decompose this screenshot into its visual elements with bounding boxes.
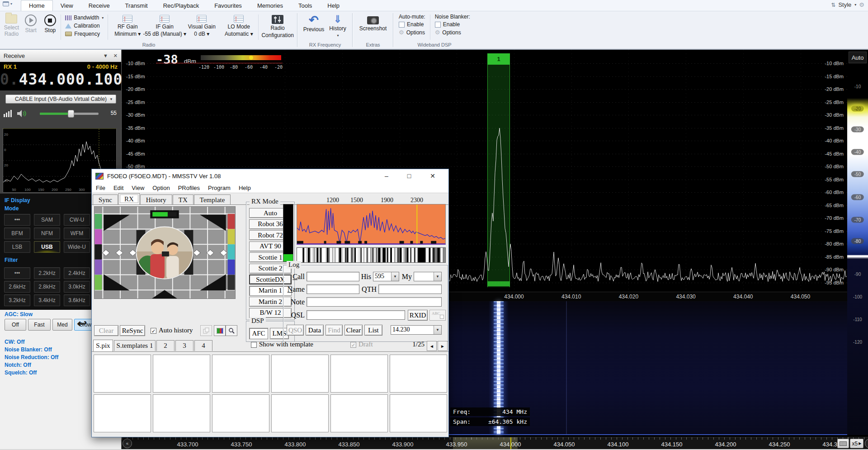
minimize-button[interactable]: – bbox=[379, 169, 394, 182]
qsl-input[interactable] bbox=[307, 310, 405, 320]
stock-picture-cell[interactable] bbox=[330, 394, 388, 432]
mode-button-wfm[interactable]: WFM bbox=[64, 227, 90, 239]
status-link-cw-off[interactable]: CW: Off bbox=[5, 339, 24, 345]
qth-input[interactable] bbox=[378, 284, 442, 294]
mode-button-cw-u[interactable]: CW-U bbox=[64, 214, 90, 226]
bandwidth-button[interactable]: Bandwidth▾ bbox=[64, 14, 105, 21]
agc-button-fast[interactable]: Fast bbox=[28, 319, 51, 331]
mmsstv-tab-history[interactable]: History bbox=[140, 194, 172, 204]
noise-blanker-enable[interactable]: Enable bbox=[435, 21, 470, 28]
ribbon-tab-memories[interactable]: Memories bbox=[250, 0, 291, 11]
ribbon-tab-tools[interactable]: Tools bbox=[291, 0, 320, 11]
frequency-button[interactable]: Frequency bbox=[64, 30, 105, 38]
start-button[interactable]: Start bbox=[21, 13, 41, 42]
abc-button[interactable]: ABC bbox=[429, 310, 446, 321]
calibration-button[interactable]: Calibration bbox=[64, 22, 105, 29]
filter-button-[interactable]: ••• bbox=[4, 267, 30, 279]
audio-device-select[interactable]: CABLE Input (VB-Audio Virtual Cable) ▼ bbox=[5, 95, 116, 104]
stock-picture-cell[interactable] bbox=[153, 394, 210, 432]
chevron-down-icon[interactable]: ▼ bbox=[434, 272, 441, 281]
status-link-squelch-off[interactable]: Squelch: Off bbox=[5, 369, 37, 376]
menu-edit[interactable]: Edit bbox=[109, 185, 127, 191]
menu-file[interactable]: File bbox=[92, 185, 109, 191]
log-button-find[interactable]: Find bbox=[326, 325, 343, 336]
mode-button-usb[interactable]: USB bbox=[34, 241, 60, 253]
chevron-down-icon[interactable]: ▼ bbox=[434, 326, 441, 334]
mode-button-lsb[interactable]: LSB bbox=[4, 241, 30, 253]
mode-button-wide-u[interactable]: Wide-U bbox=[64, 241, 90, 253]
log-button-list[interactable]: List bbox=[364, 325, 382, 336]
checkbox-icon[interactable] bbox=[399, 22, 405, 28]
page-next-button[interactable]: ► bbox=[438, 341, 448, 351]
chevron-down-icon[interactable]: ▼ bbox=[391, 272, 399, 281]
previous-button[interactable]: ↶ Previous bbox=[301, 13, 326, 42]
pix-tab-2[interactable]: 2 bbox=[156, 340, 175, 351]
if-display-label[interactable]: IF Display bbox=[5, 197, 30, 204]
image-button[interactable] bbox=[214, 325, 226, 336]
mmsstv-tab-tx[interactable]: TX bbox=[173, 194, 193, 204]
page-previous-button[interactable]: ◄ bbox=[427, 341, 437, 351]
stock-picture-cell[interactable] bbox=[153, 355, 210, 393]
close-button[interactable]: ✕ bbox=[425, 169, 440, 182]
mmsstv-window[interactable]: F5OEO (F5OEO.MDT) - MMSSTV Ver 1.08 – □ … bbox=[91, 169, 449, 437]
auto-mute-options[interactable]: ⚙Options bbox=[399, 29, 425, 36]
ribbon-tab-rec-playback[interactable]: Rec/Playback bbox=[156, 0, 207, 11]
waterfall-color-legend[interactable]: Auto -10-20-30-40-50-60-70-80-90-100-110… bbox=[847, 50, 868, 435]
his-select[interactable]: 595▼ bbox=[373, 272, 399, 281]
copy-button[interactable] bbox=[200, 325, 212, 336]
quick-access-toolbar[interactable]: ▾ bbox=[3, 1, 12, 6]
log-button-clear[interactable]: Clear bbox=[344, 325, 363, 336]
stock-picture-cell[interactable] bbox=[94, 394, 151, 432]
pix-tab-3[interactable]: 3 bbox=[175, 340, 193, 351]
stock-picture-cell[interactable] bbox=[390, 355, 447, 393]
mmsstv-tab-template[interactable]: Template bbox=[194, 194, 231, 204]
call-input[interactable] bbox=[307, 272, 359, 281]
stock-picture-cell[interactable] bbox=[94, 355, 151, 393]
frequency-readout[interactable]: 0.434.000.100 bbox=[0, 71, 121, 88]
menu-option[interactable]: Option bbox=[148, 185, 174, 191]
stock-picture-cell[interactable] bbox=[271, 355, 329, 393]
mode-button-nfm[interactable]: NFM bbox=[34, 227, 60, 239]
close-icon[interactable]: ✕ bbox=[113, 53, 118, 59]
agc-button-med[interactable]: Med bbox=[52, 319, 72, 331]
ribbon-tab-help[interactable]: Help bbox=[320, 0, 347, 11]
legend-auto-button[interactable]: Auto bbox=[849, 52, 867, 63]
my-select[interactable]: ▼ bbox=[414, 272, 442, 281]
mmsstv-tab-rx[interactable]: RX bbox=[118, 193, 140, 204]
stop-button[interactable]: Stop bbox=[41, 13, 60, 42]
auto-mute-enable[interactable]: Enable bbox=[399, 21, 425, 28]
gear-icon[interactable]: ⚙ bbox=[859, 1, 864, 8]
filter-button-3-2khz[interactable]: 3.2kHz bbox=[4, 294, 30, 306]
agc-button-off[interactable]: Off bbox=[5, 319, 26, 331]
resync-button[interactable]: ReSync bbox=[120, 325, 145, 336]
draft-checkbox[interactable]: ✓ bbox=[350, 342, 356, 348]
filter-button-2-6khz[interactable]: 2.6kHz bbox=[4, 281, 30, 293]
name-input[interactable] bbox=[307, 284, 359, 294]
dsp-afc[interactable]: AFC bbox=[249, 328, 268, 339]
filter-button-3-0khz[interactable]: 3.0kHz bbox=[64, 281, 90, 293]
mmsstv-tab-sync[interactable]: Sync bbox=[93, 194, 118, 204]
screenshot-button[interactable]: Screenshot bbox=[356, 13, 390, 42]
mode-label[interactable]: Mode bbox=[5, 205, 19, 212]
menu-view[interactable]: View bbox=[127, 185, 148, 191]
rxid-button[interactable]: RXID bbox=[408, 310, 428, 321]
checkbox-icon[interactable] bbox=[435, 22, 441, 28]
stock-picture-cell[interactable] bbox=[271, 394, 329, 432]
radio-configuration-button[interactable]: Radio Configuration bbox=[259, 13, 296, 42]
clear-image-button[interactable]: Clear bbox=[94, 325, 118, 336]
style-selector[interactable]: ⇅ Style ▾ ⚙ bbox=[831, 1, 864, 8]
speaker-icon[interactable] bbox=[16, 109, 27, 118]
if-gain-button[interactable]: IF Gain-55 dB (Manual) ▾ bbox=[146, 13, 183, 42]
menu-profiles[interactable]: PRofiles bbox=[174, 185, 204, 191]
stock-picture-cell[interactable] bbox=[212, 394, 269, 432]
status-link-notch-off[interactable]: Notch: Off bbox=[5, 362, 31, 368]
filter-button-3-4khz[interactable]: 3.4kHz bbox=[34, 294, 60, 306]
maximize-button[interactable]: □ bbox=[401, 169, 417, 182]
pix-tab-s-templates-1[interactable]: S.templates 1 bbox=[114, 340, 156, 351]
menu-help[interactable]: Help bbox=[235, 185, 255, 191]
zoom-level-button[interactable]: x5▶ bbox=[850, 439, 863, 448]
show-with-template-checkbox[interactable] bbox=[251, 342, 257, 348]
pix-tab-4[interactable]: 4 bbox=[194, 340, 212, 351]
ribbon-tab-home[interactable]: Home bbox=[21, 0, 53, 11]
rf-gain-button[interactable]: RF GainMinimum ▾ bbox=[109, 13, 146, 42]
